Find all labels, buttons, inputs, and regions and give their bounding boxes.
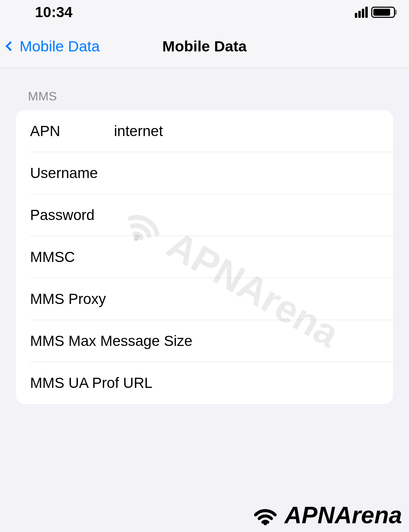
content: MMS APN Username Password MMSC MMS Proxy: [0, 68, 409, 404]
wifi-icon: [250, 503, 281, 527]
battery-icon: [371, 7, 395, 18]
mmsc-input[interactable]: [114, 249, 379, 265]
username-input[interactable]: [114, 165, 379, 182]
page-title: Mobile Data: [162, 38, 246, 55]
back-button[interactable]: Mobile Data: [7, 38, 100, 55]
password-input[interactable]: [114, 207, 379, 224]
row-mms-ua-prof[interactable]: MMS UA Prof URL: [16, 362, 393, 404]
section-header-mms: MMS: [28, 89, 393, 103]
status-bar: 10:34: [0, 0, 409, 24]
mmsc-label: MMSC: [30, 249, 114, 265]
apn-label: APN: [30, 123, 114, 140]
mms-max-size-input[interactable]: [192, 333, 379, 349]
cellular-signal-icon: [355, 7, 368, 18]
password-label: Password: [30, 207, 114, 224]
row-mms-max-size[interactable]: MMS Max Message Size: [16, 320, 393, 362]
settings-group: APN Username Password MMSC MMS Proxy MMS…: [16, 110, 393, 404]
status-time: 10:34: [35, 4, 72, 21]
mms-ua-prof-input[interactable]: [152, 375, 379, 391]
svg-point-1: [263, 522, 267, 525]
mms-proxy-label: MMS Proxy: [30, 291, 106, 307]
username-label: Username: [30, 165, 114, 182]
row-mmsc[interactable]: MMSC: [16, 236, 393, 278]
chevron-left-icon: [6, 41, 15, 51]
mms-proxy-input[interactable]: [106, 291, 379, 307]
brand-logo: APNArena: [250, 501, 402, 529]
navigation-bar: Mobile Data Mobile Data: [0, 24, 409, 68]
mms-ua-prof-label: MMS UA Prof URL: [30, 375, 152, 391]
apn-input[interactable]: [114, 123, 379, 140]
row-password[interactable]: Password: [16, 194, 393, 236]
back-label: Mobile Data: [20, 38, 100, 55]
row-mms-proxy[interactable]: MMS Proxy: [16, 278, 393, 320]
row-username[interactable]: Username: [16, 152, 393, 194]
status-icons: [355, 7, 395, 18]
mms-max-size-label: MMS Max Message Size: [30, 333, 192, 349]
brand-text: APNArena: [285, 501, 402, 529]
row-apn[interactable]: APN: [16, 110, 393, 152]
